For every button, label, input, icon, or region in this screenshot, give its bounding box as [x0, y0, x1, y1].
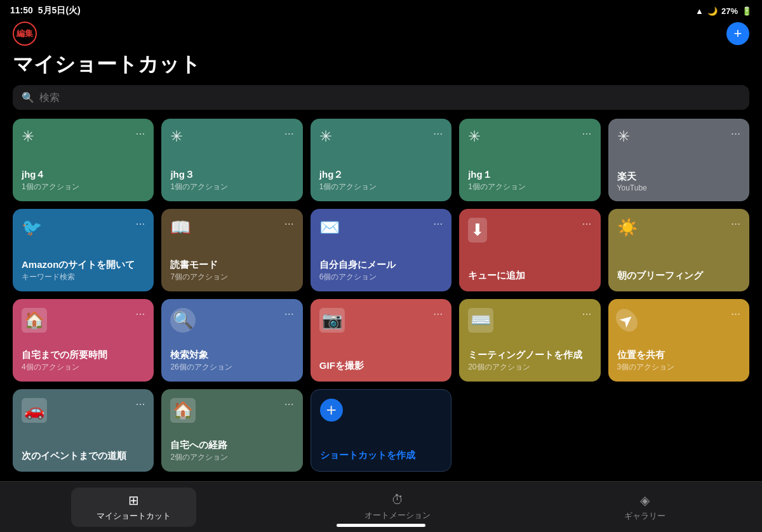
- nav-icon-my-shortcuts: ⊞: [128, 493, 139, 508]
- shortcut-card-search-obj[interactable]: 🔍 ··· 検索対象 26個のアクション: [161, 299, 302, 382]
- card-subtitle: 4個のアクション: [22, 362, 145, 373]
- card-title: jhg４: [22, 168, 145, 181]
- shortcut-card-jhg2[interactable]: ··· jhg２ 1個のアクション: [311, 119, 451, 201]
- wifi-icon: ▲: [695, 6, 704, 16]
- card-top: 📷 ···: [319, 308, 443, 333]
- card-title: 自分自身にメール: [319, 258, 443, 271]
- card-subtitle: 20個のアクション: [468, 362, 591, 373]
- card-bottom: キューに追加: [468, 269, 591, 283]
- nav-item-gallery[interactable]: ◈ ギャラリー: [599, 488, 691, 527]
- card-menu-button[interactable]: ···: [284, 128, 294, 139]
- card-top: +: [320, 399, 442, 422]
- card-menu-button[interactable]: ···: [433, 218, 443, 229]
- card-bottom: 検索対象 26個のアクション: [170, 349, 293, 373]
- sparkle-icon: [617, 128, 630, 145]
- sparkle-icon: [319, 128, 332, 145]
- card-bottom: jhg２ 1個のアクション: [319, 168, 443, 193]
- card-bottom: Amazonのサイトを開いて キーワード検索: [22, 258, 145, 283]
- card-menu-button[interactable]: ···: [135, 218, 145, 229]
- nav-icon-gallery: ◈: [640, 493, 650, 508]
- shortcut-card-jhg4[interactable]: ··· jhg４ 1個のアクション: [13, 119, 154, 201]
- nav-label-gallery: ギャラリー: [624, 510, 665, 522]
- card-bottom: 読書モード 7個のアクション: [170, 258, 293, 283]
- moon-icon: 🌙: [707, 6, 718, 16]
- shortcut-card-rakuten[interactable]: ··· 楽天 YouTube: [608, 119, 749, 201]
- shortcut-card-queue[interactable]: ⬇ ··· キューに追加: [459, 209, 600, 291]
- nav-icon-automation: ⏱: [391, 493, 404, 507]
- card-menu-button[interactable]: ···: [135, 308, 145, 319]
- shortcut-card-briefing[interactable]: ☀️ ··· 朝のブリーフィング: [608, 209, 749, 291]
- card-menu-button[interactable]: ···: [433, 128, 443, 139]
- card-subtitle: 2個のアクション: [170, 452, 293, 463]
- card-menu-button[interactable]: ···: [284, 308, 294, 319]
- shortcut-card-gif[interactable]: 📷 ··· GIFを撮影: [311, 299, 451, 382]
- card-menu-button[interactable]: ···: [582, 128, 592, 139]
- shortcut-card-add-new[interactable]: + ショートカットを作成: [311, 389, 451, 472]
- shortcut-card-home-route[interactable]: 🏠 ··· 自宅への経路 2個のアクション: [161, 389, 302, 472]
- shortcut-card-meeting[interactable]: ⌨️ ··· ミーティングノートを作成 20個のアクション: [459, 299, 600, 382]
- card-top: ✉️ ···: [319, 218, 443, 237]
- time: 11:50: [10, 5, 33, 17]
- card-title: 読書モード: [170, 258, 293, 271]
- card-title: ミーティングノートを作成: [468, 349, 591, 361]
- card-top: 📖 ···: [170, 218, 293, 237]
- card-subtitle: 1個のアクション: [468, 182, 591, 192]
- nav-item-automation[interactable]: ⏱ オートメーション: [339, 488, 456, 526]
- card-title: 自宅までの所要時間: [22, 349, 145, 361]
- shortcut-card-jhg3[interactable]: ··· jhg３ 1個のアクション: [161, 119, 302, 201]
- card-title: Amazonのサイトを開いて: [22, 258, 145, 271]
- twitter-icon: 🐦: [22, 218, 42, 237]
- home-indicator: [337, 524, 425, 527]
- battery: 27%: [721, 6, 738, 16]
- card-menu-button[interactable]: ···: [731, 128, 740, 139]
- shortcut-card-next-event[interactable]: 🚗 ··· 次のイベントまでの道順: [13, 389, 154, 472]
- nav-item-my-shortcuts[interactable]: ⊞ マイショートカット: [71, 488, 196, 527]
- card-top: ⬇ ···: [468, 218, 591, 243]
- add-button[interactable]: +: [726, 22, 749, 45]
- card-title: 検索対象: [170, 349, 293, 361]
- shortcut-card-reading[interactable]: 📖 ··· 読書モード 7個のアクション: [161, 209, 302, 291]
- card-bottom: jhg４ 1個のアクション: [22, 168, 145, 193]
- shortcut-card-mail[interactable]: ✉️ ··· 自分自身にメール 6個のアクション: [311, 209, 451, 291]
- shortcut-card-jhg1[interactable]: ··· jhg１ 1個のアクション: [459, 119, 600, 201]
- car-icon: 🚗: [22, 398, 47, 423]
- card-menu-button[interactable]: ···: [731, 308, 740, 319]
- card-top: ➤ ···: [617, 308, 740, 333]
- page-title: マイショートカット: [0, 51, 762, 85]
- download-icon: ⬇: [468, 218, 487, 243]
- shortcut-card-amazon[interactable]: 🐦 ··· Amazonのサイトを開いて キーワード検索: [13, 209, 154, 291]
- card-subtitle: 3個のアクション: [617, 362, 740, 373]
- card-title: 次のイベントまでの道順: [22, 449, 145, 462]
- card-menu-button[interactable]: ···: [284, 398, 294, 409]
- card-subtitle: 1個のアクション: [319, 182, 443, 192]
- card-bottom: 自宅への経路 2個のアクション: [170, 439, 293, 463]
- card-top: ···: [170, 128, 293, 145]
- card-bottom: 朝のブリーフィング: [617, 269, 740, 283]
- card-menu-button[interactable]: ···: [731, 218, 740, 229]
- card-top: ···: [22, 128, 145, 145]
- card-bottom: 位置を共有 3個のアクション: [617, 349, 740, 373]
- search-input[interactable]: [39, 92, 740, 103]
- shortcut-card-location[interactable]: ➤ ··· 位置を共有 3個のアクション: [608, 299, 749, 382]
- card-menu-button[interactable]: ···: [135, 128, 145, 139]
- card-bottom: 次のイベントまでの道順: [22, 449, 145, 463]
- status-right: ▲ 🌙 27% 🔋: [695, 6, 752, 16]
- arrow-icon: ➤: [612, 305, 642, 336]
- card-top: ☀️ ···: [617, 218, 740, 237]
- card-bottom: 楽天 YouTube: [617, 170, 740, 193]
- card-menu-button[interactable]: ···: [433, 308, 443, 319]
- plus-icon: +: [320, 399, 343, 422]
- edit-button[interactable]: 編集: [13, 22, 37, 46]
- card-subtitle: キーワード検索: [22, 272, 145, 283]
- shortcut-card-home-time[interactable]: 🏠 ··· 自宅までの所要時間 4個のアクション: [13, 299, 154, 382]
- card-menu-button[interactable]: ···: [582, 308, 592, 319]
- card-title: jhg２: [319, 168, 443, 181]
- search-bar[interactable]: 🔍: [13, 85, 749, 110]
- card-top: 🚗 ···: [22, 398, 145, 423]
- card-menu-button[interactable]: ···: [284, 218, 294, 229]
- card-menu-button[interactable]: ···: [582, 218, 592, 229]
- card-subtitle: 6個のアクション: [319, 272, 443, 283]
- sparkle-icon: [468, 128, 481, 145]
- card-menu-button[interactable]: ···: [135, 398, 145, 409]
- status-bar: 11:50 5月5日(火) ▲ 🌙 27% 🔋: [0, 0, 762, 19]
